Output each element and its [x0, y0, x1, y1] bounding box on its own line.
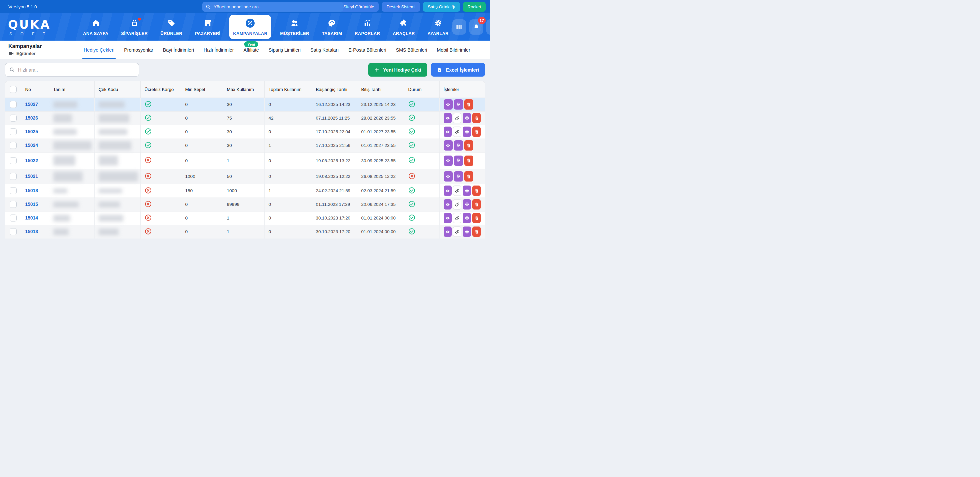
excel-operations-button[interactable]: x Excel İşlemleri: [431, 63, 485, 77]
view-action-button[interactable]: [444, 199, 452, 209]
nav-item-home[interactable]: ANA SAYFA: [80, 15, 112, 39]
topbar-button-sat-ortakl-[interactable]: Satış Ortaklığı: [423, 2, 460, 12]
link-action-button[interactable]: [453, 185, 461, 196]
nav-item-gear[interactable]: AYARLAR: [424, 15, 452, 39]
print-action-button[interactable]: [463, 127, 471, 137]
delete-action-button[interactable]: [473, 185, 480, 196]
view-action-button[interactable]: [444, 140, 453, 151]
quick-search-input[interactable]: [5, 63, 139, 77]
table-row: 15025030017.10.2025 22:0401.01.2027 23:5…: [5, 125, 485, 139]
nav-item-percent[interactable]: KAMPANYALAR: [229, 15, 271, 39]
voucher-no-link[interactable]: 15015: [25, 202, 38, 207]
voucher-no-link[interactable]: 15021: [25, 174, 38, 179]
nav-item-tag[interactable]: ÜRÜNLER: [157, 15, 186, 39]
row-checkbox[interactable]: [10, 201, 17, 208]
delete-action-button[interactable]: [465, 171, 473, 182]
apps-button[interactable]: [486, 19, 490, 35]
print-action-button[interactable]: [454, 140, 463, 151]
link-icon: [455, 230, 460, 234]
nav-item-chart[interactable]: RAPORLAR: [351, 15, 383, 39]
tab-promosyonlar[interactable]: Promosyonlar: [124, 41, 154, 59]
view-action-button[interactable]: [444, 171, 453, 182]
print-action-button[interactable]: [463, 199, 471, 209]
row-checkbox[interactable]: [10, 114, 17, 122]
print-action-button[interactable]: [454, 99, 463, 109]
voucher-no-link[interactable]: 15027: [25, 102, 38, 107]
topbar-actions: Siteyi GörüntüleDestek SistemiSatış Orta…: [339, 2, 486, 12]
link-action-button[interactable]: [453, 113, 461, 123]
logo[interactable]: QUKA S O F T: [8, 18, 65, 36]
select-all-checkbox[interactable]: [10, 86, 17, 93]
delete-action-button[interactable]: [473, 127, 480, 137]
check-circle: [145, 117, 152, 122]
print-action-button[interactable]: [463, 227, 471, 237]
row-checkbox[interactable]: [10, 173, 17, 180]
tab-bayi-i-ndirimleri[interactable]: Bayi İndirimleri: [163, 41, 194, 59]
topbar-button-rocket[interactable]: Rocket: [463, 2, 486, 12]
row-checkbox[interactable]: [10, 157, 17, 164]
print-action-button[interactable]: [463, 185, 471, 196]
code-cell: [94, 125, 140, 139]
delete-action-button[interactable]: [473, 213, 480, 223]
new-gift-voucher-button[interactable]: Yeni Hediye Çeki: [368, 63, 427, 77]
voucher-no-link[interactable]: 15018: [25, 188, 38, 193]
voucher-no-link[interactable]: 15014: [25, 216, 38, 220]
view-action-button[interactable]: [444, 213, 452, 223]
nav-item-palette[interactable]: TASARIM: [318, 15, 346, 39]
topbar-button-siteyi-g-r-nt-le[interactable]: Siteyi Görüntüle: [339, 2, 379, 12]
status-cell: [404, 125, 439, 139]
delete-action-button[interactable]: [465, 99, 473, 109]
row-checkbox[interactable]: [10, 228, 17, 235]
nav-item-basket[interactable]: SİPARİŞLER: [117, 15, 151, 39]
print-action-button[interactable]: [463, 113, 471, 123]
link-action-button[interactable]: [453, 213, 461, 223]
admin-search[interactable]: [202, 2, 343, 12]
row-checkbox[interactable]: [10, 214, 17, 222]
tab-sipariş-limitleri[interactable]: Sipariş Limitleri: [268, 41, 301, 59]
voucher-no-link[interactable]: 15025: [25, 129, 38, 134]
barcode-button[interactable]: [452, 19, 466, 35]
tab-hediye-çekleri[interactable]: Hediye Çekleri: [83, 41, 115, 59]
link-action-button[interactable]: [453, 227, 461, 237]
trainings-link[interactable]: Eğitimler: [8, 51, 83, 56]
row-checkbox[interactable]: [10, 101, 17, 108]
free-shipping-cell: [140, 139, 181, 152]
delete-action-button[interactable]: [473, 199, 480, 209]
tab-hızlı-i-ndirimler[interactable]: Hızlı İndirimler: [203, 41, 234, 59]
print-action-button[interactable]: [454, 155, 463, 166]
delete-action-button[interactable]: [473, 227, 480, 237]
tab-sms-bültenleri[interactable]: SMS Bültenleri: [396, 41, 428, 59]
delete-action-button[interactable]: [473, 113, 480, 123]
voucher-no-link[interactable]: 15024: [25, 143, 38, 148]
link-action-button[interactable]: [453, 127, 461, 137]
nav-item-puzzle[interactable]: ARAÇLAR: [389, 15, 418, 39]
topbar-button-destek-sistemi[interactable]: Destek Sistemi: [382, 2, 420, 12]
voucher-no-link[interactable]: 15022: [25, 158, 38, 163]
tab-mobil-bildirimler[interactable]: Mobil Bildirimler: [437, 41, 471, 59]
nav-item-users[interactable]: MÜŞTERİLER: [276, 15, 313, 39]
row-checkbox[interactable]: [10, 187, 17, 194]
print-action-button[interactable]: [463, 213, 471, 223]
tab-e-posta-bültenleri[interactable]: E-Posta Bültenleri: [348, 41, 387, 59]
view-action-button[interactable]: [444, 155, 453, 166]
voucher-no-link[interactable]: 15013: [25, 229, 38, 234]
link-action-button[interactable]: [453, 199, 461, 209]
delete-action-button[interactable]: [465, 155, 473, 166]
view-action-button[interactable]: [444, 127, 452, 137]
view-action-button[interactable]: [444, 185, 452, 196]
row-checkbox[interactable]: [10, 128, 17, 135]
admin-search-input[interactable]: [214, 4, 340, 10]
delete-action-button[interactable]: [465, 140, 473, 151]
tab-satış-kotaları[interactable]: Satış Kotaları: [310, 41, 339, 59]
view-action-button[interactable]: [444, 99, 453, 109]
total-usage-cell: 0: [264, 98, 312, 111]
print-action-button[interactable]: [454, 171, 463, 182]
table-row: 1501301030.10.2023 17:2001.01.2024 00:00: [5, 225, 485, 239]
view-action-button[interactable]: [444, 227, 452, 237]
tab-affiliate[interactable]: AffiliateYeni: [243, 41, 259, 59]
voucher-no-link[interactable]: 15026: [25, 116, 38, 120]
bell-button[interactable]: 17: [469, 19, 483, 35]
nav-item-store[interactable]: PAZARYERİ: [191, 15, 224, 39]
view-action-button[interactable]: [444, 113, 452, 123]
row-checkbox[interactable]: [10, 142, 17, 149]
